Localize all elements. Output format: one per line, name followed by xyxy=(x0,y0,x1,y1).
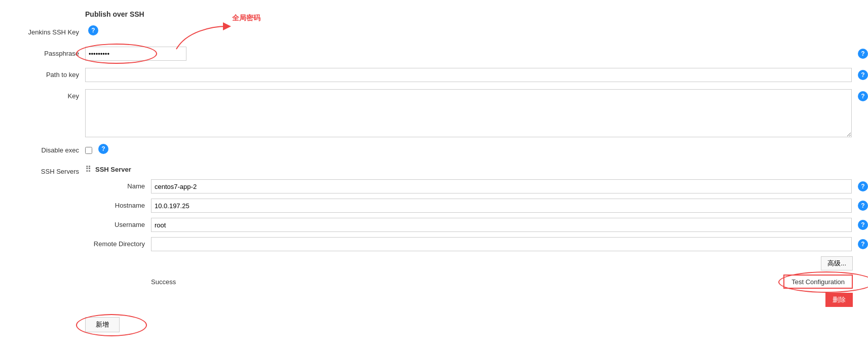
jenkins-ssh-key-label: Jenkins SSH Key xyxy=(0,25,85,40)
disable-exec-help-icon[interactable]: ? xyxy=(98,144,108,154)
ssh-hostname-help-icon[interactable]: ? xyxy=(858,201,868,211)
disable-exec-label: Disable exec xyxy=(0,143,85,158)
passphrase-wrap: 全局密码 xyxy=(85,47,852,61)
delete-row: 删除 xyxy=(85,293,853,307)
key-label: Key xyxy=(0,89,85,103)
annotation-text: 全局密码 xyxy=(232,14,260,23)
key-control: ? xyxy=(85,89,868,137)
ssh-servers-control: ⠿ SSH Server Name ? Hostname ? xyxy=(85,165,868,311)
disable-exec-checkbox[interactable] xyxy=(85,147,92,154)
path-to-key-row: Path to key ? xyxy=(0,68,868,83)
path-to-key-input[interactable] xyxy=(85,68,852,82)
ssh-server-header-label: SSH Server xyxy=(95,166,131,173)
key-textarea[interactable] xyxy=(85,89,852,137)
success-text: Success xyxy=(85,278,176,286)
ssh-remote-dir-input[interactable] xyxy=(151,237,852,251)
ssh-remote-dir-control: ? xyxy=(151,237,868,251)
add-btn-ellipse: 新增 xyxy=(85,317,120,332)
advanced-row: 高级... xyxy=(85,256,853,270)
ssh-name-label: Name xyxy=(85,179,151,193)
jenkins-ssh-key-row: Jenkins SSH Key ? xyxy=(0,25,868,41)
ssh-remote-dir-label: Remote Directory xyxy=(85,237,151,251)
path-to-key-help-icon[interactable]: ? xyxy=(858,70,868,80)
ssh-servers-label: SSH Servers xyxy=(0,165,85,179)
ssh-name-row: Name ? xyxy=(85,179,868,193)
success-action-row: Success Test Configuration xyxy=(85,275,853,289)
ssh-name-input[interactable] xyxy=(151,179,852,193)
ssh-hostname-control: ? xyxy=(151,199,868,213)
path-to-key-control: ? xyxy=(85,68,868,82)
add-button[interactable]: 新增 xyxy=(85,317,120,332)
ssh-hostname-label: Hostname xyxy=(85,199,151,213)
ssh-name-control: ? xyxy=(151,179,868,193)
ssh-remote-dir-row: Remote Directory ? xyxy=(85,237,868,251)
ssh-username-help-icon[interactable]: ? xyxy=(858,220,868,230)
path-to-key-label: Path to key xyxy=(0,68,85,82)
passphrase-label: Passphrase xyxy=(0,47,85,61)
key-help-icon[interactable]: ? xyxy=(858,91,868,101)
ssh-name-help-icon[interactable]: ? xyxy=(858,181,868,191)
annotation-arrow-svg xyxy=(171,21,232,52)
ssh-hostname-input[interactable] xyxy=(151,199,852,213)
section-title: Publish over SSH xyxy=(0,10,868,18)
drag-handle-icon[interactable]: ⠿ xyxy=(85,165,91,174)
ssh-remote-dir-help-icon[interactable]: ? xyxy=(858,239,868,249)
delete-button[interactable]: 删除 xyxy=(825,293,853,307)
passphrase-control: 全局密码 ? xyxy=(85,47,868,61)
ssh-server-header: ⠿ SSH Server xyxy=(85,165,868,174)
ssh-username-input[interactable] xyxy=(151,218,852,232)
ssh-server-block: ⠿ SSH Server Name ? Hostname ? xyxy=(85,165,868,311)
page-container: Publish over SSH Jenkins SSH Key ? Passp… xyxy=(0,0,868,350)
key-row: Key ? xyxy=(0,89,868,137)
ssh-hostname-row: Hostname ? xyxy=(85,199,868,213)
advanced-button[interactable]: 高级... xyxy=(821,256,853,270)
disable-exec-row: Disable exec ? xyxy=(0,143,868,159)
add-button-row: 新增 xyxy=(0,317,868,332)
ssh-username-control: ? xyxy=(151,218,868,232)
test-configuration-button[interactable]: Test Configuration xyxy=(783,275,853,289)
ssh-username-label: Username xyxy=(85,218,151,232)
ssh-servers-row: SSH Servers ⠿ SSH Server Name ? xyxy=(0,165,868,311)
passphrase-help-icon[interactable]: ? xyxy=(858,49,868,59)
passphrase-row: Passphrase 全局密码 ? xyxy=(0,47,868,62)
action-buttons: Test Configuration xyxy=(783,275,853,289)
ssh-username-row: Username ? xyxy=(85,218,868,232)
jenkins-ssh-key-help-icon[interactable]: ? xyxy=(88,25,98,35)
disable-exec-control: ? xyxy=(85,143,868,154)
test-btn-ellipse: Test Configuration xyxy=(783,275,853,289)
